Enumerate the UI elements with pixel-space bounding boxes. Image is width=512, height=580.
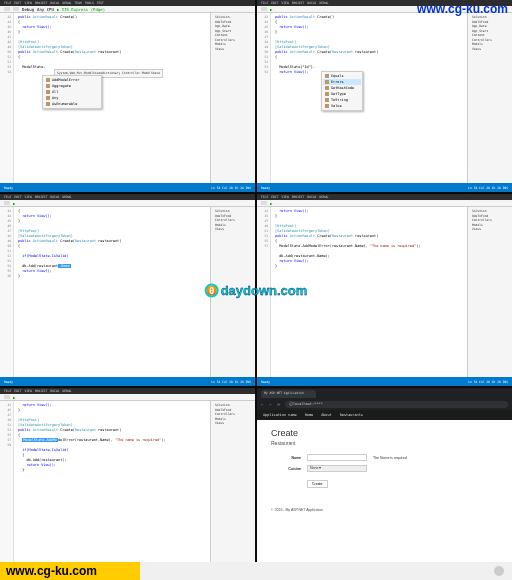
forward-icon[interactable]: → xyxy=(269,402,274,407)
submit-button[interactable]: Create xyxy=(307,480,328,488)
menu-item[interactable]: VIEW xyxy=(281,195,288,199)
menu-item[interactable]: PROJECT xyxy=(292,1,305,5)
menu-item[interactable]: BUILD xyxy=(307,1,316,5)
menu-item[interactable]: VIEW xyxy=(281,1,288,5)
back-icon[interactable]: ← xyxy=(261,402,266,407)
run-button[interactable]: ▶ xyxy=(270,7,272,12)
toolbar[interactable]: ▶ xyxy=(257,200,512,207)
menu-item[interactable]: FILE xyxy=(261,1,268,5)
line-gutter: 43 45 47 49 51 53 55 57 59 xyxy=(0,401,14,571)
line-number: 56 xyxy=(0,274,13,279)
menu-test[interactable]: TEST xyxy=(97,1,104,5)
menu-project[interactable]: PROJECT xyxy=(35,1,48,5)
method-icon xyxy=(46,102,50,106)
run-button[interactable]: ▶ xyxy=(270,201,272,206)
toolbar-button[interactable] xyxy=(13,7,19,11)
intellisense-item[interactable]: Value xyxy=(323,103,361,109)
menu-item[interactable]: PROJECT xyxy=(35,389,48,393)
nav-link-home[interactable]: Home xyxy=(305,413,313,417)
menu-item[interactable]: DEBUG xyxy=(62,195,71,199)
menu-tools[interactable]: TOOLS xyxy=(85,1,94,5)
name-input[interactable] xyxy=(307,454,367,461)
toolbar-button[interactable] xyxy=(4,7,10,11)
watermark-top-right: www.cg-ku.com xyxy=(417,2,508,16)
menu-debug[interactable]: DEBUG xyxy=(62,1,71,5)
run-button[interactable]: ▶ IIS Express (Edge) xyxy=(57,7,105,12)
watermark-bottom-left: www.cg-ku.com xyxy=(0,562,140,580)
solution-item[interactable]: Views xyxy=(470,47,510,52)
intellisense-item[interactable]: AsEnumerable xyxy=(44,101,100,107)
intellisense-popup[interactable]: Equals Errors GetHashCode GetType ToStri… xyxy=(321,71,363,111)
reload-icon[interactable]: ⟳ xyxy=(277,402,282,407)
menu-item[interactable]: VIEW xyxy=(24,195,31,199)
solution-explorer[interactable]: Solution OdeToFood Controllers Models Vi… xyxy=(210,401,255,571)
toolbar[interactable]: ▶ xyxy=(0,394,255,401)
code-line: } xyxy=(18,468,206,473)
line-number: 54 xyxy=(257,70,270,75)
menu-item[interactable]: PROJECT xyxy=(292,195,305,199)
menu-item[interactable]: BUILD xyxy=(50,389,59,393)
menu-item[interactable]: BUILD xyxy=(50,195,59,199)
menu-item[interactable]: FILE xyxy=(261,195,268,199)
code-editor[interactable]: { return View(); } [HttpPost] [ValidateA… xyxy=(14,207,210,377)
browser-window: My ASP.NET Application ← → ⟳ ⓘ localhost… xyxy=(257,388,512,580)
validation-message: The Name is required xyxy=(373,456,407,460)
toolbar-button[interactable] xyxy=(4,395,10,399)
menu-item[interactable]: VIEW xyxy=(24,389,31,393)
page-content: Create Restaurant Name The Name is requi… xyxy=(257,420,512,580)
toolbar-button[interactable] xyxy=(4,201,10,205)
menu-item[interactable]: BUILD xyxy=(307,195,316,199)
toolbar-button[interactable] xyxy=(261,201,267,205)
status-right: Ln 54 Col 28 Ch 28 INS xyxy=(211,380,251,384)
toolbar[interactable]: Debug Any CPU ▶ IIS Express (Edge) xyxy=(0,6,255,13)
menu-item[interactable]: EDIT xyxy=(14,389,21,393)
solution-explorer[interactable]: Solution OdeToFood App_Data App_Start Co… xyxy=(467,13,512,183)
run-button[interactable]: ▶ xyxy=(13,201,15,206)
menu-item[interactable]: EDIT xyxy=(14,195,21,199)
menu-item[interactable]: FILE xyxy=(4,195,11,199)
form-row-cuisine: Cuisine None ▾ xyxy=(271,465,498,472)
method-icon xyxy=(46,96,50,100)
solution-explorer[interactable]: Solution OdeToFood Controllers Models Vi… xyxy=(467,207,512,377)
nav-brand[interactable]: Application name xyxy=(263,413,297,417)
solution-item[interactable]: Views xyxy=(213,421,253,426)
menu-team[interactable]: TEAM xyxy=(74,1,81,5)
cuisine-select[interactable]: None ▾ xyxy=(307,465,367,472)
platform-config[interactable]: Any CPU xyxy=(37,7,54,12)
browser-tab[interactable]: My ASP.NET Application xyxy=(261,390,316,398)
intellisense-popup[interactable]: AddModelError Aggregate All Any AsEnumer… xyxy=(42,75,102,109)
menu-edit[interactable]: EDIT xyxy=(14,1,21,5)
nav-link-restaurants[interactable]: Restaurants xyxy=(340,413,363,417)
menu-item[interactable]: PROJECT xyxy=(35,195,48,199)
toolbar-button[interactable] xyxy=(261,7,267,11)
menu-item[interactable]: DEBUG xyxy=(319,195,328,199)
code-editor[interactable]: return View(); } [HttpPost] [ValidateAnt… xyxy=(14,401,210,571)
method-icon xyxy=(46,84,50,88)
line-number: 59 xyxy=(0,443,13,448)
menu-view[interactable]: VIEW xyxy=(24,1,31,5)
run-button[interactable]: ▶ xyxy=(13,395,15,400)
status-left: Ready xyxy=(261,186,270,190)
solution-item[interactable]: Views xyxy=(213,47,253,52)
editor-main: 43 45 47 49 51 53 55 57 59 return View()… xyxy=(0,401,255,571)
code-editor[interactable]: public ActionResult Create() { return Vi… xyxy=(271,13,467,183)
nav-link-about[interactable]: About xyxy=(321,413,332,417)
solution-item[interactable]: Views xyxy=(470,227,510,232)
menu-build[interactable]: BUILD xyxy=(50,1,59,5)
menu-file[interactable]: FILE xyxy=(4,1,11,5)
menu-item[interactable]: EDIT xyxy=(271,195,278,199)
debug-config[interactable]: Debug xyxy=(22,7,34,12)
code-editor[interactable]: public ActionResult Create() { return Vi… xyxy=(14,13,210,183)
address-bar[interactable]: ⓘ localhost:**** xyxy=(285,401,508,408)
browser-tabs[interactable]: My ASP.NET Application xyxy=(257,388,512,398)
menu-item[interactable]: DEBUG xyxy=(319,1,328,5)
solution-item[interactable]: Views xyxy=(213,227,253,232)
menu-item[interactable]: DEBUG xyxy=(62,389,71,393)
circle-icon xyxy=(494,566,504,576)
method-icon xyxy=(325,92,329,96)
solution-explorer[interactable]: Solution OdeToFood App_Data App_Start Co… xyxy=(210,13,255,183)
menu-item[interactable]: EDIT xyxy=(271,1,278,5)
toolbar[interactable]: ▶ xyxy=(0,200,255,207)
status-bar: Ready Ln 54 Col 28 Ch 28 INS xyxy=(0,183,255,192)
menu-item[interactable]: FILE xyxy=(4,389,11,393)
